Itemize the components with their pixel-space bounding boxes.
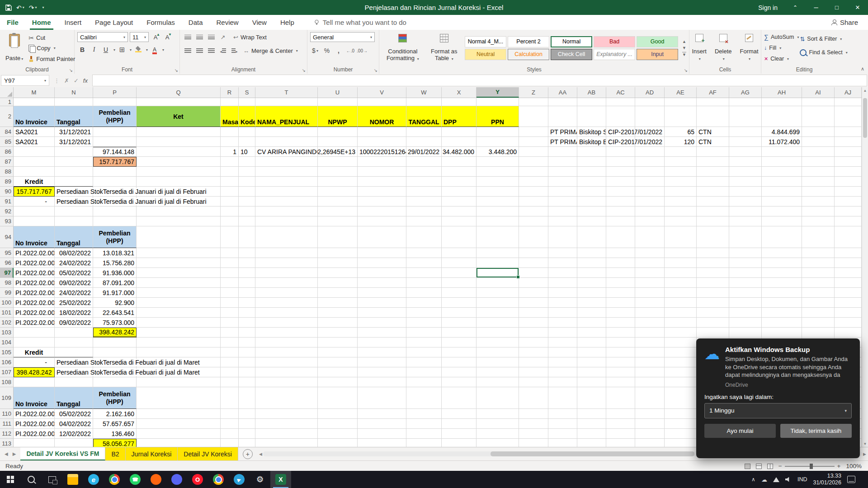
cell-AJ84[interactable]: [835, 127, 862, 137]
cell-M110[interactable]: PI.2022.02.00003: [14, 409, 55, 419]
cell-V105[interactable]: [358, 347, 406, 357]
format-painter-button[interactable]: Format Painter: [28, 54, 75, 64]
cell-AH91[interactable]: [762, 197, 802, 206]
cell-Q87[interactable]: [137, 157, 221, 167]
cell-Z101[interactable]: [519, 308, 548, 318]
cell-W107[interactable]: [406, 367, 442, 377]
cell-Y106[interactable]: [476, 357, 519, 367]
cell-Z94[interactable]: [519, 226, 548, 248]
cell-AG85[interactable]: [729, 137, 762, 147]
cell-R104[interactable]: [221, 338, 239, 347]
increase-decimal-button[interactable]: ←.0: [345, 46, 355, 56]
cell-U96[interactable]: [318, 258, 358, 268]
cell-R110[interactable]: [221, 409, 239, 419]
cell-R86[interactable]: 1: [221, 147, 239, 157]
cell-N89[interactable]: [55, 177, 93, 187]
cell-W84[interactable]: [406, 127, 442, 137]
cell-U85[interactable]: [318, 137, 358, 147]
cell-AI86[interactable]: [802, 147, 835, 157]
cell-M87[interactable]: [14, 157, 55, 167]
cell-AE93[interactable]: [665, 216, 697, 226]
accounting-format-button[interactable]: [310, 46, 320, 56]
cell-AE99[interactable]: [665, 288, 697, 298]
cell-M98[interactable]: PI.2022.02.00008: [14, 278, 55, 288]
cell-Z108[interactable]: [519, 377, 548, 387]
cell-AH93[interactable]: [762, 216, 802, 226]
cell-N85[interactable]: 31/12/2021: [55, 137, 93, 147]
cell-AD1[interactable]: [635, 98, 665, 106]
row-header-101[interactable]: 101: [0, 308, 14, 318]
cell-AC91[interactable]: [606, 197, 635, 206]
cell-AE108[interactable]: [665, 377, 697, 387]
cell-AB102[interactable]: [577, 318, 606, 328]
cell-V95[interactable]: [358, 248, 406, 258]
cell-M1[interactable]: [14, 98, 55, 106]
cell-AD94[interactable]: [635, 226, 665, 248]
vertical-scrollbar[interactable]: ▲ ▼: [862, 87, 868, 447]
cell-P97[interactable]: 91.936.000: [93, 268, 137, 278]
cell-AA111[interactable]: [548, 419, 577, 429]
column-header-AC[interactable]: AC: [606, 87, 635, 98]
cell-AE104[interactable]: [665, 338, 697, 347]
formula-input[interactable]: [92, 75, 867, 86]
cell-AF92[interactable]: [697, 206, 729, 216]
cell-AC95[interactable]: [606, 248, 635, 258]
cell-AF102[interactable]: [697, 318, 729, 328]
cell-Z96[interactable]: [519, 258, 548, 268]
cell-AB93[interactable]: [577, 216, 606, 226]
cell-AJ99[interactable]: [835, 288, 862, 298]
cell-AG101[interactable]: [729, 308, 762, 318]
cell-AB100[interactable]: [577, 298, 606, 308]
cell-U2[interactable]: NPWP: [318, 106, 358, 127]
cell-AD102[interactable]: [635, 318, 665, 328]
cell-AB105[interactable]: [577, 347, 606, 357]
cell-AA90[interactable]: [548, 187, 577, 197]
minimize-button[interactable]: [806, 0, 826, 15]
cell-Q95[interactable]: [137, 248, 221, 258]
cell-AE1[interactable]: [665, 98, 697, 106]
cell-U100[interactable]: [318, 298, 358, 308]
scroll-left-icon[interactable]: ◀: [259, 452, 262, 456]
copy-button[interactable]: Copy: [28, 43, 75, 53]
cell-P86[interactable]: 97.144.148: [93, 147, 137, 157]
cell-W98[interactable]: [406, 278, 442, 288]
column-header-AG[interactable]: AG: [729, 87, 762, 98]
cell-Z89[interactable]: [519, 177, 548, 187]
cell-AD113[interactable]: [635, 439, 665, 447]
row-header-89[interactable]: 89: [0, 177, 14, 187]
cell-AH90[interactable]: [762, 187, 802, 197]
cell-AI85[interactable]: [802, 137, 835, 147]
cell-AG97[interactable]: [729, 268, 762, 278]
cell-X103[interactable]: [442, 328, 476, 338]
cell-AH101[interactable]: [762, 308, 802, 318]
cell-P1[interactable]: [93, 98, 137, 106]
cell-AE103[interactable]: [665, 328, 697, 338]
cell-S104[interactable]: [239, 338, 255, 347]
cell-AD2[interactable]: [635, 106, 665, 127]
cell-T107[interactable]: [255, 367, 318, 377]
cell-AI100[interactable]: [802, 298, 835, 308]
cell-T85[interactable]: [255, 137, 318, 147]
cell-AI92[interactable]: [802, 206, 835, 216]
cell-S94[interactable]: [239, 226, 255, 248]
cell-Z97[interactable]: [519, 268, 548, 278]
cell-N112[interactable]: 12/02/2022: [55, 429, 93, 439]
cell-Y102[interactable]: [476, 318, 519, 328]
cell-AB98[interactable]: [577, 278, 606, 288]
name-box[interactable]: Y97: [1, 75, 49, 86]
cell-AH96[interactable]: [762, 258, 802, 268]
cell-AF96[interactable]: [697, 258, 729, 268]
align-top-button[interactable]: [183, 32, 193, 42]
cell-N91[interactable]: Persediaan StokTersedia di Januari di ju…: [55, 197, 93, 206]
cell-AC98[interactable]: [606, 278, 635, 288]
cell-AD88[interactable]: [635, 167, 665, 177]
cell-AA103[interactable]: [548, 328, 577, 338]
cell-S91[interactable]: [239, 197, 255, 206]
cell-X108[interactable]: [442, 377, 476, 387]
alignment-dialog-launcher[interactable]: [302, 68, 306, 73]
scroll-up-icon[interactable]: ▲: [863, 87, 867, 94]
cell-N99[interactable]: 24/02/2022: [55, 288, 93, 298]
cell-AF84[interactable]: CTN: [697, 127, 729, 137]
column-header-U[interactable]: U: [318, 87, 358, 98]
cell-N90[interactable]: Persediaan StokTersedia di Januari di ju…: [55, 187, 93, 197]
